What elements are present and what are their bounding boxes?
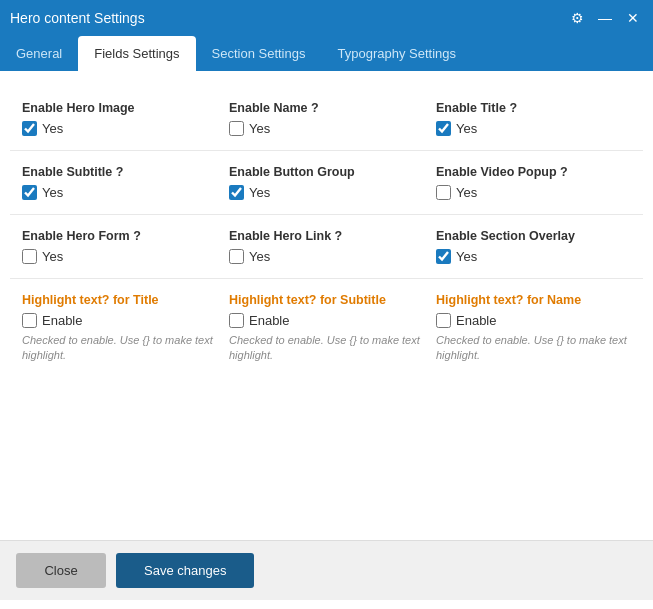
field-highlight-name: Highlight text? for Name Enable Checked … <box>430 279 637 378</box>
checkbox-label-highlight-name[interactable]: Enable <box>456 313 496 328</box>
checkbox-row-hero-link: Yes <box>229 249 420 264</box>
checkbox-row-hero-image: Yes <box>22 121 213 136</box>
field-label-enable-hero-image: Enable Hero Image <box>22 101 213 115</box>
checkbox-enable-button-group[interactable] <box>229 185 244 200</box>
checkbox-row-video-popup: Yes <box>436 185 627 200</box>
gear-icon[interactable]: ⚙ <box>567 8 587 28</box>
checkbox-enable-name[interactable] <box>229 121 244 136</box>
field-enable-video-popup: Enable Video Popup ? Yes <box>430 151 637 214</box>
title-bar: Hero content Settings ⚙ — ✕ <box>0 0 653 36</box>
field-enable-button-group: Enable Button Group Yes <box>223 151 430 214</box>
field-enable-hero-image: Enable Hero Image Yes <box>16 87 223 150</box>
checkbox-highlight-title[interactable] <box>22 313 37 328</box>
field-label-enable-hero-form: Enable Hero Form ? <box>22 229 213 243</box>
field-label-enable-title: Enable Title ? <box>436 101 627 115</box>
checkbox-label-hero-link[interactable]: Yes <box>249 249 270 264</box>
checkbox-label-name[interactable]: Yes <box>249 121 270 136</box>
checkbox-enable-video-popup[interactable] <box>436 185 451 200</box>
checkbox-enable-hero-link[interactable] <box>229 249 244 264</box>
checkbox-label-video-popup[interactable]: Yes <box>456 185 477 200</box>
checkbox-highlight-subtitle[interactable] <box>229 313 244 328</box>
checkbox-enable-hero-form[interactable] <box>22 249 37 264</box>
checkbox-row-title: Yes <box>436 121 627 136</box>
checkbox-label-title[interactable]: Yes <box>456 121 477 136</box>
close-icon[interactable]: ✕ <box>623 8 643 28</box>
field-enable-section-overlay: Enable Section Overlay Yes <box>430 215 637 278</box>
hint-highlight-name: Checked to enable. Use {} to make text h… <box>436 333 627 364</box>
footer: Close Save changes <box>0 540 653 600</box>
checkbox-row-subtitle: Yes <box>22 185 213 200</box>
tab-fields-settings[interactable]: Fields Settings <box>78 36 195 71</box>
field-label-enable-hero-link: Enable Hero Link ? <box>229 229 420 243</box>
minimize-icon[interactable]: — <box>595 8 615 28</box>
tab-typography-settings[interactable]: Typography Settings <box>321 36 472 71</box>
field-label-highlight-subtitle: Highlight text? for Subtitle <box>229 293 420 307</box>
checkbox-row-section-overlay: Yes <box>436 249 627 264</box>
window-title: Hero content Settings <box>10 10 145 26</box>
field-enable-name: Enable Name ? Yes <box>223 87 430 150</box>
field-label-enable-subtitle: Enable Subtitle ? <box>22 165 213 179</box>
checkbox-enable-section-overlay[interactable] <box>436 249 451 264</box>
hint-highlight-title: Checked to enable. Use {} to make text h… <box>22 333 213 364</box>
field-label-highlight-title: Highlight text? for Title <box>22 293 213 307</box>
checkbox-enable-hero-image[interactable] <box>22 121 37 136</box>
window-controls: ⚙ — ✕ <box>567 8 643 28</box>
checkbox-label-hero-form[interactable]: Yes <box>42 249 63 264</box>
save-button[interactable]: Save changes <box>116 553 254 588</box>
checkbox-row-hero-form: Yes <box>22 249 213 264</box>
field-enable-title: Enable Title ? Yes <box>430 87 637 150</box>
tab-bar: General Fields Settings Section Settings… <box>0 36 653 71</box>
checkbox-enable-subtitle[interactable] <box>22 185 37 200</box>
tab-general[interactable]: General <box>0 36 78 71</box>
hint-highlight-subtitle: Checked to enable. Use {} to make text h… <box>229 333 420 364</box>
checkbox-highlight-name[interactable] <box>436 313 451 328</box>
checkbox-row-name: Yes <box>229 121 420 136</box>
field-enable-subtitle: Enable Subtitle ? Yes <box>16 151 223 214</box>
field-label-highlight-name: Highlight text? for Name <box>436 293 627 307</box>
checkbox-row-button-group: Yes <box>229 185 420 200</box>
field-label-enable-name: Enable Name ? <box>229 101 420 115</box>
checkbox-label-hero-image[interactable]: Yes <box>42 121 63 136</box>
checkbox-row-highlight-name: Enable <box>436 313 627 328</box>
field-highlight-title: Highlight text? for Title Enable Checked… <box>16 279 223 378</box>
field-label-enable-button-group: Enable Button Group <box>229 165 420 179</box>
fields-grid: Enable Hero Image Yes Enable Name ? Yes … <box>16 87 637 378</box>
tab-section-settings[interactable]: Section Settings <box>196 36 322 71</box>
fields-content: Enable Hero Image Yes Enable Name ? Yes … <box>0 71 653 540</box>
close-button[interactable]: Close <box>16 553 106 588</box>
checkbox-row-highlight-subtitle: Enable <box>229 313 420 328</box>
field-label-enable-video-popup: Enable Video Popup ? <box>436 165 627 179</box>
checkbox-label-section-overlay[interactable]: Yes <box>456 249 477 264</box>
field-label-enable-section-overlay: Enable Section Overlay <box>436 229 627 243</box>
checkbox-label-subtitle[interactable]: Yes <box>42 185 63 200</box>
checkbox-row-highlight-title: Enable <box>22 313 213 328</box>
checkbox-label-highlight-title[interactable]: Enable <box>42 313 82 328</box>
checkbox-enable-title[interactable] <box>436 121 451 136</box>
field-enable-hero-link: Enable Hero Link ? Yes <box>223 215 430 278</box>
checkbox-label-highlight-subtitle[interactable]: Enable <box>249 313 289 328</box>
field-enable-hero-form: Enable Hero Form ? Yes <box>16 215 223 278</box>
checkbox-label-button-group[interactable]: Yes <box>249 185 270 200</box>
field-highlight-subtitle: Highlight text? for Subtitle Enable Chec… <box>223 279 430 378</box>
